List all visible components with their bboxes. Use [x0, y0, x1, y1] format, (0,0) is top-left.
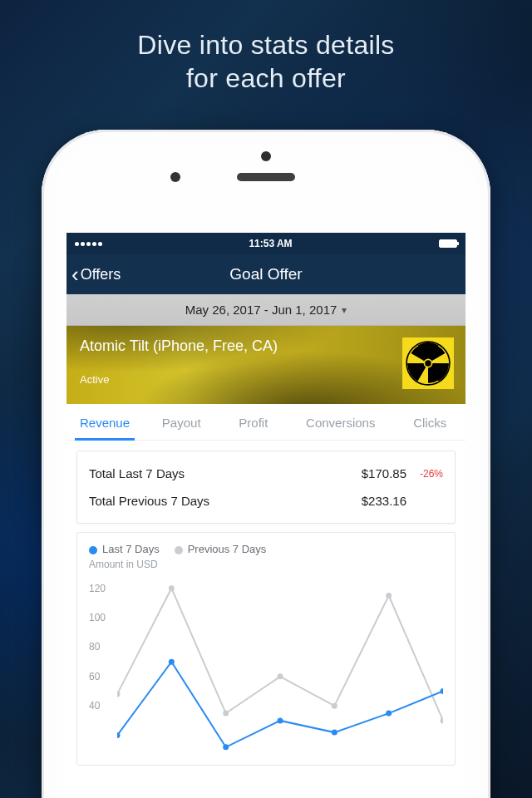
svg-point-5: [169, 585, 175, 591]
date-range-selector[interactable]: May 26, 2017 - Jun 1, 2017 ▾: [66, 294, 466, 326]
chart-y-tick: 40: [89, 700, 100, 712]
chart-y-axis-label: Amount in USD: [89, 559, 443, 570]
offer-status: Active: [80, 373, 452, 386]
chart-y-tick: 80: [89, 641, 100, 653]
svg-point-4: [117, 692, 121, 697]
tab-clicks[interactable]: Clicks: [394, 404, 466, 440]
phone-sensor: [261, 151, 271, 161]
svg-point-10: [441, 717, 444, 723]
promo-headline: Dive into stats details for each offer: [0, 28, 532, 95]
phone-camera: [170, 172, 180, 182]
summary-value: $170.85: [340, 466, 406, 480]
chart-plot-area: [117, 574, 443, 765]
chart-y-tick: 100: [89, 612, 106, 623]
chart-card: Last 7 Days Previous 7 Days Amount in US…: [76, 532, 456, 766]
revenue-line-chart: 120100806040: [89, 574, 443, 765]
nav-bar: ‹ Offers Goal Offer: [66, 254, 466, 294]
status-right: [439, 239, 457, 248]
metric-tabs: Revenue Payout Profit Conversions Clicks: [66, 404, 466, 441]
chart-y-tick: 60: [89, 671, 100, 682]
legend-item-current: Last 7 Days: [89, 543, 160, 555]
tab-label: Conversions: [306, 416, 375, 430]
headline-line-2: for each offer: [186, 63, 346, 93]
legend-item-previous: Previous 7 Days: [175, 543, 267, 555]
svg-point-14: [278, 717, 283, 723]
promo-background: Dive into stats details for each offer 1…: [0, 0, 532, 798]
tab-revenue[interactable]: Revenue: [66, 404, 143, 440]
chart-y-tick: 120: [89, 583, 106, 594]
phone-screen: 11:53 AM ‹ Offers Goal Offer May 26, 201…: [66, 233, 466, 798]
tab-profit[interactable]: Profit: [219, 404, 287, 440]
svg-point-16: [386, 711, 392, 717]
summary-row: Total Previous 7 Days $233.16: [89, 487, 443, 515]
phone-speaker: [237, 173, 295, 181]
svg-point-6: [223, 711, 229, 717]
svg-point-17: [441, 688, 444, 694]
page-title: Goal Offer: [66, 265, 466, 283]
summary-value: $233.16: [340, 494, 406, 508]
tab-conversions[interactable]: Conversions: [287, 404, 394, 440]
tab-label: Clicks: [413, 416, 446, 430]
svg-point-8: [332, 703, 337, 709]
svg-point-9: [386, 593, 392, 598]
svg-point-12: [169, 659, 175, 665]
battery-icon: [439, 239, 457, 248]
status-left: [75, 242, 102, 246]
dot-icon: [175, 546, 183, 554]
summary-row: Total Last 7 Days $170.85 -26%: [89, 460, 443, 487]
summary-label: Total Previous 7 Days: [89, 494, 340, 508]
tab-payout[interactable]: Payout: [143, 404, 219, 440]
headline-line-1: Dive into stats details: [137, 30, 394, 60]
summary-label: Total Last 7 Days: [89, 466, 340, 480]
tab-label: Profit: [239, 416, 268, 430]
offer-icon: [402, 337, 454, 389]
dot-icon: [89, 546, 97, 554]
offer-title: Atomic Tilt (iPhone, Free, CA): [80, 337, 452, 355]
legend-label: Previous 7 Days: [188, 543, 267, 555]
svg-point-7: [278, 673, 283, 679]
phone-frame: 11:53 AM ‹ Offers Goal Offer May 26, 201…: [42, 130, 490, 798]
tab-label: Payout: [162, 416, 201, 430]
svg-point-3: [425, 360, 431, 367]
signal-dots-icon: [75, 242, 102, 246]
chart-legend: Last 7 Days Previous 7 Days: [89, 543, 443, 555]
summary-delta: -26%: [416, 468, 443, 480]
radiation-icon: [406, 341, 451, 386]
status-time: 11:53 AM: [249, 238, 292, 249]
legend-label: Last 7 Days: [102, 543, 160, 555]
svg-point-15: [332, 730, 337, 736]
status-bar: 11:53 AM: [66, 233, 466, 254]
chevron-down-icon: ▾: [342, 304, 347, 316]
summary-card: Total Last 7 Days $170.85 -26% Total Pre…: [76, 451, 456, 524]
svg-point-13: [223, 744, 229, 750]
tab-label: Revenue: [80, 416, 130, 430]
date-range-label: May 26, 2017 - Jun 1, 2017: [185, 303, 337, 317]
offer-hero: Atomic Tilt (iPhone, Free, CA) Active: [66, 326, 466, 404]
